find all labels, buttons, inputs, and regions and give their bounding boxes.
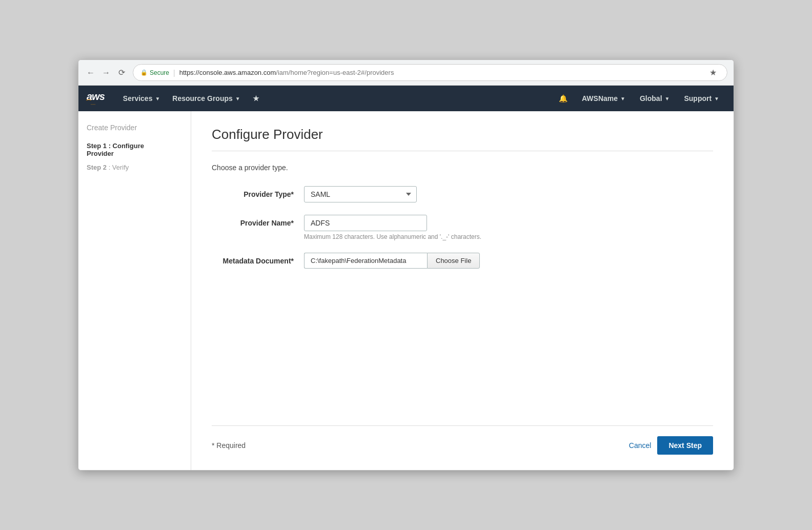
- provider-name-row: Provider Name* Maximum 128 characters. U…: [212, 215, 713, 240]
- provider-name-hint: Maximum 128 characters. Use alphanumeric…: [304, 233, 713, 240]
- forward-button[interactable]: →: [100, 67, 112, 79]
- provider-type-label: Provider Type*: [212, 186, 304, 198]
- favorites-nav-item[interactable]: ★: [247, 86, 266, 111]
- file-input-group: Choose File: [304, 253, 713, 269]
- secure-label: Secure: [150, 69, 169, 76]
- browser-chrome: ← → ⟳ 🔒 Secure | https://console.aws.ama…: [78, 60, 734, 86]
- cancel-button[interactable]: Cancel: [629, 441, 652, 450]
- metadata-document-control: Choose File: [304, 253, 713, 269]
- nav-buttons: ← → ⟳: [85, 67, 128, 79]
- aws-navbar: aws ⁀﹏ Services ▼ Resource Groups ▼ ★ 🔔 …: [78, 86, 734, 111]
- refresh-button[interactable]: ⟳: [115, 67, 128, 79]
- lock-icon: 🔒: [140, 69, 148, 76]
- resource-groups-nav-item[interactable]: Resource Groups ▼: [166, 86, 246, 111]
- bell-icon: 🔔: [559, 94, 567, 103]
- url-base: https://console.aws.amazon.com: [179, 69, 276, 76]
- content-area: Configure Provider Choose a provider typ…: [191, 111, 734, 470]
- star-nav-icon: ★: [253, 94, 259, 103]
- provider-name-label: Provider Name*: [212, 215, 304, 227]
- secure-badge: 🔒 Secure: [140, 69, 169, 76]
- provider-type-row: Provider Type* SAML OpenID Connect: [212, 186, 713, 202]
- region-label: Global: [640, 94, 662, 103]
- bookmark-button[interactable]: ★: [706, 67, 720, 78]
- url-path: /iam/home?region=us-east-2#/providers: [276, 69, 394, 76]
- support-chevron-icon: ▼: [714, 96, 719, 101]
- title-divider: [212, 151, 713, 151]
- services-nav-item[interactable]: Services ▼: [117, 86, 167, 111]
- metadata-document-row: Metadata Document* Choose File: [212, 253, 713, 269]
- sidebar-step-2: Step 2 : Verify: [87, 164, 182, 171]
- username-nav-item[interactable]: AWSName ▼: [576, 86, 632, 111]
- url-text: https://console.aws.amazon.com/iam/home?…: [179, 69, 394, 76]
- address-bar[interactable]: 🔒 Secure | https://console.aws.amazon.co…: [133, 64, 727, 81]
- choose-file-button[interactable]: Choose File: [427, 253, 480, 269]
- subtitle: Choose a provider type.: [212, 164, 713, 172]
- services-chevron-icon: ▼: [155, 96, 160, 101]
- required-note: * Required: [212, 441, 246, 450]
- resource-groups-chevron-icon: ▼: [235, 96, 240, 101]
- next-step-button[interactable]: Next Step: [657, 436, 713, 455]
- browser-window: ← → ⟳ 🔒 Secure | https://console.aws.ama…: [78, 59, 734, 471]
- file-path-input[interactable]: [304, 253, 427, 269]
- form-section: Provider Type* SAML OpenID Connect Provi…: [212, 186, 713, 410]
- bell-nav-item[interactable]: 🔔: [553, 86, 574, 111]
- aws-logo: aws ⁀﹏: [87, 91, 105, 107]
- resource-groups-label: Resource Groups: [172, 94, 232, 103]
- step-1-number: Step 1: [87, 142, 107, 150]
- provider-name-control: Maximum 128 characters. Use alphanumeric…: [304, 215, 713, 240]
- aws-logo-container: aws ⁀﹏: [87, 91, 105, 107]
- footer-actions: Cancel Next Step: [629, 436, 713, 455]
- step-2-label: Verify: [112, 164, 129, 171]
- support-label: Support: [684, 94, 712, 103]
- sidebar-title: Create Provider: [87, 124, 182, 132]
- region-chevron-icon: ▼: [665, 96, 670, 101]
- page-title: Configure Provider: [212, 127, 713, 142]
- step-2-number: Step 2: [87, 164, 107, 171]
- region-nav-item[interactable]: Global ▼: [634, 86, 676, 111]
- provider-type-control: SAML OpenID Connect: [304, 186, 713, 202]
- services-label: Services: [123, 94, 153, 103]
- username-chevron-icon: ▼: [620, 96, 625, 101]
- support-nav-item[interactable]: Support ▼: [678, 86, 725, 111]
- form-footer: * Required Cancel Next Step: [212, 425, 713, 455]
- username-label: AWSName: [582, 94, 618, 103]
- sidebar-step-1: Step 1 : ConfigureProvider: [87, 142, 182, 157]
- back-button[interactable]: ←: [85, 67, 97, 79]
- main-layout: Create Provider Step 1 : ConfigureProvid…: [78, 111, 734, 470]
- provider-type-select[interactable]: SAML OpenID Connect: [304, 186, 417, 202]
- provider-name-input[interactable]: [304, 215, 427, 231]
- metadata-document-label: Metadata Document*: [212, 253, 304, 265]
- sidebar: Create Provider Step 1 : ConfigureProvid…: [78, 111, 191, 470]
- nav-right: 🔔 AWSName ▼ Global ▼ Support ▼: [553, 86, 725, 111]
